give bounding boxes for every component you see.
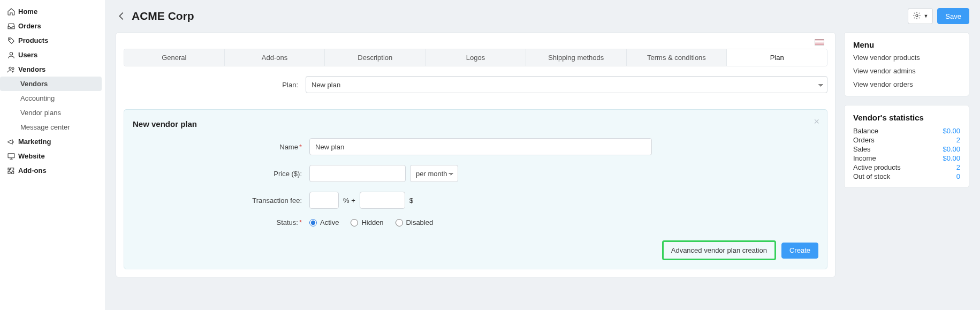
sidebar-item-label: Marketing [18,138,51,146]
svg-point-2 [9,67,11,69]
txn-label: Transaction fee: [133,196,309,205]
stat-out-of-stock: Out of stock0 [845,172,969,181]
tab-description[interactable]: Description [325,49,426,66]
stats-card: Vendor's statistics Balance$0.00 Orders2… [844,105,969,188]
home-icon [4,7,18,16]
stat-sales-value[interactable]: $0.00 [943,145,960,153]
new-plan-title: New vendor plan [133,119,818,128]
sidebar-item-label: Website [18,152,45,160]
puzzle-icon [4,167,18,175]
stat-sales: Sales$0.00 [845,145,969,154]
sidebar-item-addons[interactable]: Add-ons [0,163,105,178]
advanced-plan-link[interactable]: Advanced vendor plan creation [662,240,776,260]
sidebar-subitem-label: Accounting [20,94,55,102]
stats-card-title: Vendor's statistics [845,105,969,126]
name-label: Name* [133,143,309,151]
status-radio-group: Active Hidden Disabled [309,218,818,226]
svg-rect-4 [8,153,14,157]
user-icon [4,51,18,59]
stat-active-products-value[interactable]: 2 [956,163,960,171]
status-label: Status:* [133,218,309,226]
stat-out-of-stock-value[interactable]: 0 [956,172,960,180]
menu-link-products[interactable]: View vendor products [853,54,960,62]
price-input[interactable] [309,165,406,182]
tab-general[interactable]: General [124,49,225,66]
new-plan-panel: × New vendor plan Name* Price ($): per m… [124,109,827,269]
sidebar-item-label: Vendors [18,65,45,73]
vendor-edit-card: General Add-ons Description Logos Shippi… [116,32,835,277]
users-icon [4,65,18,74]
us-flag-icon[interactable] [815,39,824,46]
sidebar-item-vendors[interactable]: Vendors [0,62,105,77]
txn-percent-input[interactable] [309,192,339,209]
stat-active-products: Active products2 [845,163,969,172]
stat-income: Income$0.00 [845,154,969,163]
svg-point-3 [12,67,14,69]
sidebar-item-marketing[interactable]: Marketing [0,134,105,149]
sidebar-item-label: Users [18,51,37,59]
back-icon[interactable] [116,10,127,22]
sidebar-item-home[interactable]: Home [0,4,105,19]
monitor-icon [4,152,18,161]
save-button[interactable]: Save [937,8,969,24]
stat-balance: Balance$0.00 [845,126,969,135]
name-input[interactable] [309,138,652,155]
svg-point-1 [10,52,12,55]
sidebar-subitem-label: Message center [20,123,70,131]
tab-shipping[interactable]: Shipping methods [526,49,627,66]
sidebar-subitem-message-center[interactable]: Message center [0,120,102,134]
sidebar-subitem-label: Vendors [20,80,48,88]
menu-link-admins[interactable]: View vendor admins [853,67,960,75]
sidebar-subitem-vendor-plans[interactable]: Vendor plans [0,105,102,120]
period-select[interactable]: per month [410,165,458,182]
page-header: ACME Corp ▼ Save [116,0,969,32]
sidebar-item-label: Orders [18,22,41,30]
main: ACME Corp ▼ Save General Add-ons Descrip… [105,0,980,310]
megaphone-icon [4,138,18,146]
sidebar-item-orders[interactable]: Orders [0,19,105,33]
chevron-down-icon: ▼ [923,13,928,19]
menu-link-orders[interactable]: View vendor orders [853,80,960,88]
sidebar-item-users[interactable]: Users [0,48,105,62]
menu-card-title: Menu [845,33,969,54]
settings-button[interactable]: ▼ [908,8,933,24]
currency-label: $ [409,196,413,205]
tag-icon [4,36,18,45]
status-active[interactable]: Active [309,218,339,226]
svg-point-0 [10,39,11,40]
tab-plan[interactable]: Plan [727,49,827,66]
sidebar-item-products[interactable]: Products [0,33,105,48]
txn-fixed-input[interactable] [360,192,405,209]
stat-orders-value[interactable]: 2 [956,136,960,144]
percent-plus-label: % + [343,196,355,205]
create-button[interactable]: Create [781,243,818,259]
sidebar-item-label: Home [18,7,37,16]
stat-orders: Orders2 [845,135,969,145]
page-title: ACME Corp [132,10,194,22]
svg-point-5 [916,14,918,17]
close-icon[interactable]: × [814,116,819,127]
tab-terms[interactable]: Terms & conditions [627,49,727,66]
sidebar-subitem-label: Vendor plans [20,109,61,117]
sidebar: Home Orders Products Users Vendors Vendo… [0,0,105,310]
sidebar-subitem-accounting[interactable]: Accounting [0,91,102,105]
sidebar-item-label: Add-ons [18,167,47,175]
plan-select[interactable]: New plan [306,76,827,93]
plan-label: Plan: [124,81,306,89]
sidebar-subitem-vendors[interactable]: Vendors [0,77,102,91]
status-disabled[interactable]: Disabled [396,218,434,226]
status-hidden[interactable]: Hidden [351,218,383,226]
stat-income-value[interactable]: $0.00 [943,154,960,162]
sidebar-item-label: Products [18,36,48,44]
tab-logos[interactable]: Logos [426,49,526,66]
gear-icon [913,11,921,21]
stat-balance-value[interactable]: $0.00 [943,127,960,135]
tabs: General Add-ons Description Logos Shippi… [124,49,827,66]
sidebar-item-website[interactable]: Website [0,149,105,163]
tab-addons[interactable]: Add-ons [225,49,325,66]
menu-card: Menu View vendor products View vendor ad… [844,32,969,96]
inbox-icon [4,22,18,31]
price-label: Price ($): [133,170,309,178]
